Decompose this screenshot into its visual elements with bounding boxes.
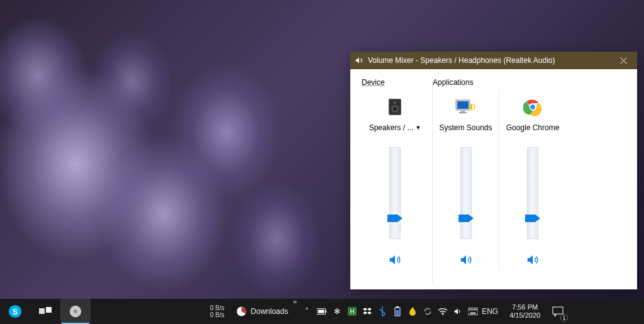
volume-mixer-window: Volume Mixer - Speakers / Headphones (Re… bbox=[350, 52, 637, 289]
titlebar[interactable]: Volume Mixer - Speakers / Headphones (Re… bbox=[350, 52, 637, 69]
chrome-label: Google Chrome bbox=[506, 123, 560, 132]
wifi-icon[interactable] bbox=[438, 306, 448, 316]
system-sounds-icon[interactable] bbox=[452, 94, 480, 120]
system-sounds-mute-button[interactable] bbox=[459, 253, 473, 269]
sync-icon[interactable] bbox=[423, 306, 433, 316]
action-center-button[interactable]: 1 bbox=[545, 299, 570, 324]
app-h-icon[interactable]: H bbox=[347, 306, 357, 316]
droplet-icon[interactable] bbox=[408, 306, 418, 316]
svg-rect-24 bbox=[318, 310, 325, 313]
speaker-device-icon[interactable] bbox=[381, 94, 409, 120]
svg-rect-23 bbox=[326, 310, 327, 313]
svg-rect-32 bbox=[469, 309, 470, 310]
svg-rect-17 bbox=[39, 308, 45, 314]
keyboard-icon[interactable] bbox=[468, 306, 478, 316]
volume-icon[interactable] bbox=[453, 306, 463, 316]
device-mute-button[interactable] bbox=[388, 253, 402, 269]
system-sounds-channel: System Sounds bbox=[433, 91, 499, 269]
clock-date: 4/15/2020 bbox=[509, 311, 540, 320]
device-label-text: Speakers / ... bbox=[369, 123, 414, 132]
chrome-channel: Google Chrome bbox=[499, 91, 566, 269]
net-up: 0 B/s bbox=[210, 304, 225, 311]
skype-app[interactable]: S bbox=[0, 299, 30, 324]
dropbox-icon[interactable] bbox=[362, 306, 372, 316]
chrome-icon[interactable] bbox=[519, 94, 547, 120]
svg-marker-14 bbox=[525, 215, 540, 222]
chrome-mute-button[interactable] bbox=[526, 253, 540, 269]
svg-text:S: S bbox=[13, 307, 18, 316]
chevron-up-icon: » bbox=[293, 298, 297, 305]
svg-rect-7 bbox=[457, 101, 469, 109]
svg-rect-8 bbox=[461, 110, 465, 112]
downloads-icon bbox=[236, 306, 247, 317]
tray-overflow-icon[interactable]: ˄ bbox=[302, 306, 312, 316]
net-down: 0 B/s bbox=[210, 311, 225, 318]
system-sounds-slider[interactable] bbox=[460, 147, 472, 242]
clock-time: 7:56 PM bbox=[509, 303, 540, 311]
svg-marker-5 bbox=[387, 215, 402, 222]
svg-rect-34 bbox=[472, 309, 474, 310]
system-tray: ˄ ✻ H bbox=[302, 299, 478, 324]
device-heading: Device bbox=[362, 78, 432, 87]
apps-heading: Applications bbox=[433, 78, 626, 87]
svg-rect-35 bbox=[474, 309, 475, 310]
downloads-label: Downloads bbox=[251, 307, 288, 316]
device-slider[interactable] bbox=[389, 147, 401, 242]
svg-rect-33 bbox=[471, 309, 472, 310]
device-channel: Speakers / ... ▼ bbox=[362, 91, 428, 269]
svg-text:H: H bbox=[350, 308, 355, 315]
svg-rect-36 bbox=[476, 309, 477, 310]
svg-rect-28 bbox=[396, 306, 399, 308]
taskbar-apps: S bbox=[0, 299, 91, 324]
app-3[interactable] bbox=[60, 299, 91, 324]
applications-section: Applications System Sounds bbox=[433, 78, 626, 283]
mixer-body: Device Speakers / ... ▼ bbox=[350, 69, 637, 289]
svg-rect-18 bbox=[46, 307, 52, 313]
app-2[interactable] bbox=[30, 299, 60, 324]
language-indicator[interactable]: ENG bbox=[478, 307, 502, 316]
svg-rect-29 bbox=[396, 310, 399, 315]
taskbar: S 0 B/s 0 B/s Downloads » ˄ ✻ H ENG 7:56… bbox=[0, 299, 644, 324]
network-monitor[interactable]: 0 B/s 0 B/s bbox=[210, 304, 225, 318]
battery-icon[interactable] bbox=[317, 306, 327, 316]
close-button[interactable] bbox=[609, 52, 637, 69]
notification-badge: 1 bbox=[560, 314, 568, 321]
svg-point-4 bbox=[394, 101, 396, 104]
svg-point-30 bbox=[442, 314, 443, 315]
chrome-slider[interactable] bbox=[527, 147, 538, 242]
svg-rect-9 bbox=[459, 112, 467, 113]
svg-rect-37 bbox=[470, 313, 476, 314]
device-label[interactable]: Speakers / ... ▼ bbox=[369, 123, 421, 132]
downloads-button[interactable]: Downloads » bbox=[231, 299, 293, 324]
svg-point-20 bbox=[74, 310, 77, 313]
system-sounds-label: System Sounds bbox=[439, 123, 492, 132]
speaker-icon bbox=[354, 55, 364, 65]
device-section: Device Speakers / ... ▼ bbox=[362, 78, 432, 283]
snowflake-icon[interactable]: ✻ bbox=[332, 306, 342, 316]
svg-point-13 bbox=[530, 104, 535, 109]
svg-rect-31 bbox=[468, 308, 478, 315]
svg-marker-10 bbox=[458, 215, 474, 222]
svg-rect-38 bbox=[553, 307, 563, 314]
clock[interactable]: 7:56 PM 4/15/2020 bbox=[504, 303, 545, 320]
chevron-down-icon: ▼ bbox=[415, 125, 421, 131]
bluetooth-icon[interactable] bbox=[377, 306, 387, 316]
battery2-icon[interactable] bbox=[392, 306, 402, 316]
window-title: Volume Mixer - Speakers / Headphones (Re… bbox=[368, 56, 609, 65]
svg-point-3 bbox=[393, 107, 397, 111]
